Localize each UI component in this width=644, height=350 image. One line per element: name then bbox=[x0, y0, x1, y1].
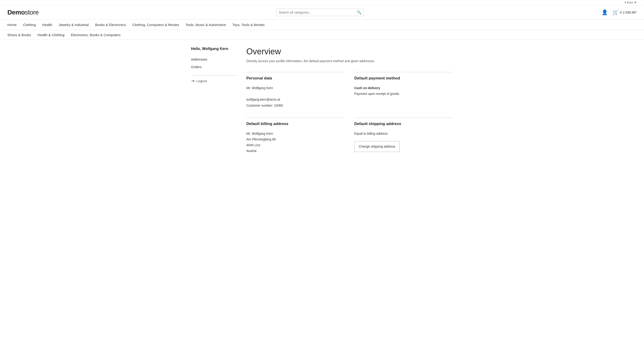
shipping-address-title: Default shipping address bbox=[354, 122, 453, 126]
billing-address-title: Default billing address bbox=[246, 122, 345, 126]
personal-customer-number: Customer number: 10060 bbox=[246, 103, 345, 108]
sidebar-link-orders[interactable]: Orders bbox=[191, 63, 237, 71]
logo-second: store bbox=[25, 9, 39, 16]
search-input[interactable] bbox=[279, 10, 357, 14]
billing-street: Am Pfenningberg 60 bbox=[246, 137, 345, 142]
search-bar: 🔍 bbox=[276, 8, 364, 16]
nav-item-jewelry[interactable]: Jewelry & Industrial bbox=[58, 19, 88, 30]
logout-label: Logout bbox=[196, 79, 207, 83]
nav-item-books-electronics[interactable]: Books & Electronics bbox=[95, 19, 126, 30]
nav-item-clothing-computers[interactable]: Clothing, Computers & Movies bbox=[132, 19, 179, 30]
currency-arrow-icon: ▼ bbox=[634, 1, 636, 4]
shipping-equal-label: Equal to billing address bbox=[354, 131, 453, 137]
billing-postal-city: 4040 Linz bbox=[246, 142, 345, 148]
primary-nav: Home Clothing Health Jewelry & Industria… bbox=[0, 19, 644, 30]
payment-method-title: Default payment method bbox=[354, 76, 453, 81]
sidebar-divider bbox=[191, 75, 237, 76]
payment-method-content: Cash on delivery Payment upon receipt of… bbox=[354, 85, 453, 97]
nav-item-shoes-books[interactable]: Shoes & Books bbox=[8, 30, 31, 40]
personal-data-section: Personal data Mr. Wolfgang Kern wolfgang… bbox=[246, 72, 345, 108]
personal-name: Mr. Wolfgang Kern bbox=[246, 85, 345, 91]
overview-subtitle: Directly access your profile information… bbox=[246, 59, 453, 63]
overview-title: Overview bbox=[246, 47, 453, 56]
main-content: Overview Directly access your profile in… bbox=[246, 47, 453, 154]
secondary-nav: Shoes & Books Health & Clothing Electron… bbox=[0, 30, 644, 40]
payment-method-section: Default payment method Cash on delivery … bbox=[354, 72, 453, 108]
shipping-address-section: Default shipping address Equal to billin… bbox=[354, 118, 453, 154]
nav-item-clothing[interactable]: Clothing bbox=[23, 19, 36, 30]
sidebar-link-addresses[interactable]: Addresses bbox=[191, 55, 237, 63]
payment-method-desc: Payment upon receipt of goods. bbox=[354, 91, 453, 97]
personal-data-title: Personal data bbox=[246, 76, 345, 81]
sidebar-item-orders[interactable]: Orders bbox=[191, 63, 237, 71]
header-right: 👤 🛒 € 2.599,96* bbox=[602, 9, 636, 15]
cart-icon: 🛒 bbox=[612, 9, 619, 15]
search-icon[interactable]: 🔍 bbox=[357, 10, 362, 14]
cart-area[interactable]: 🛒 € 2.599,96* bbox=[612, 9, 636, 15]
main-header: Demostore 🔍 👤 🛒 € 2.599,96* bbox=[0, 5, 644, 19]
billing-country: Austria bbox=[246, 148, 345, 154]
shipping-address-content: Equal to billing address Change shipping… bbox=[354, 131, 453, 152]
page-layout: Hello, Wolfgang Kern Addresses Orders ⇥ … bbox=[184, 40, 460, 161]
logo-first: Demo bbox=[8, 9, 25, 16]
personal-email: wolfgang.kern@acris.at bbox=[246, 97, 345, 102]
user-icon[interactable]: 👤 bbox=[602, 9, 608, 15]
billing-name: Mr. Wolfgang Kern bbox=[246, 131, 345, 137]
sidebar-item-addresses[interactable]: Addresses bbox=[191, 55, 237, 63]
sidebar: Hello, Wolfgang Kern Addresses Orders ⇥ … bbox=[191, 47, 237, 154]
sections-grid: Personal data Mr. Wolfgang Kern wolfgang… bbox=[246, 72, 453, 154]
nav-item-home[interactable]: Home bbox=[8, 19, 16, 30]
nav-item-electronics-books[interactable]: Electronics, Books & Computers bbox=[71, 30, 120, 40]
sidebar-nav: Addresses Orders bbox=[191, 55, 237, 71]
currency-label: € Euro bbox=[625, 1, 633, 4]
cart-amount: € 2.599,96* bbox=[620, 10, 636, 14]
sidebar-greeting: Hello, Wolfgang Kern bbox=[191, 47, 237, 51]
change-shipping-address-button[interactable]: Change shipping address bbox=[354, 141, 400, 152]
nav-item-tools-music[interactable]: Tools, Music & Automotive bbox=[186, 19, 226, 30]
personal-data-content: Mr. Wolfgang Kern wolfgang.kern@acris.at… bbox=[246, 85, 345, 108]
currency-selector[interactable]: € Euro ▼ bbox=[625, 1, 636, 4]
billing-address-section: Default billing address Mr. Wolfgang Ker… bbox=[246, 118, 345, 154]
nav-item-health-clothing[interactable]: Health & Clothing bbox=[38, 30, 64, 40]
payment-method-name: Cash on delivery bbox=[354, 85, 453, 91]
logout-icon: ⇥ bbox=[191, 78, 194, 83]
nav-item-toys[interactable]: Toys, Tools & Movies bbox=[232, 19, 265, 30]
nav-item-health[interactable]: Health bbox=[42, 19, 52, 30]
logout-button[interactable]: ⇥ Logout bbox=[191, 78, 237, 83]
billing-address-content: Mr. Wolfgang Kern Am Pfenningberg 60 404… bbox=[246, 131, 345, 154]
site-logo[interactable]: Demostore bbox=[8, 9, 39, 16]
